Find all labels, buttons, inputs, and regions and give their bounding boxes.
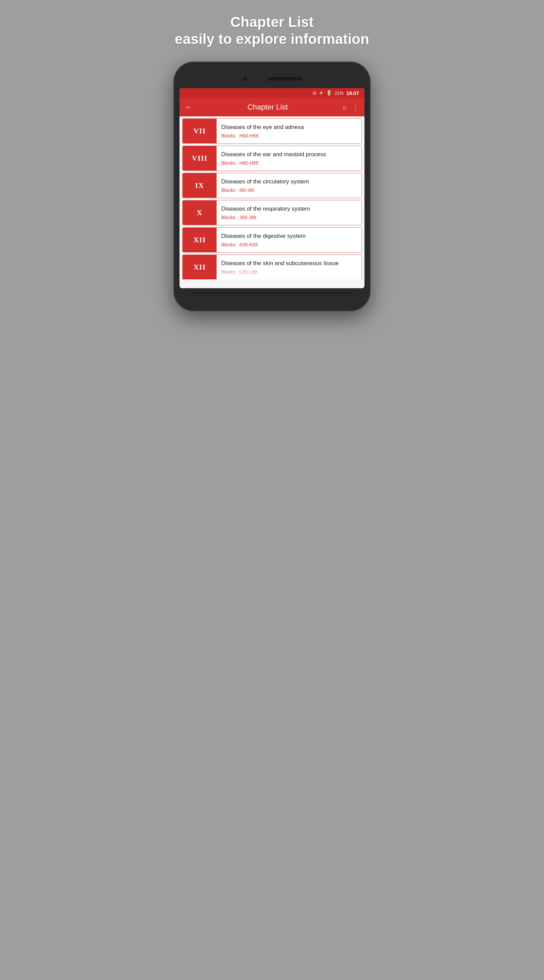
chapter-info: Diseases of the skin and subcutaneous ti… [217, 255, 362, 279]
chapter-blocks: Blocks : I00-I99 [221, 188, 357, 193]
chapter-title: Diseases of the ear and mastoid process [221, 151, 357, 158]
chapter-blocks: Blocks : K00-K93 [221, 242, 357, 247]
chapter-info: Diseases of the digestive system Blocks … [217, 228, 362, 252]
chapter-item[interactable]: XII Diseases of the digestive system Blo… [182, 227, 362, 253]
phone-nav-bar [193, 292, 351, 294]
airplane-icon: ✈ [319, 90, 324, 95]
battery-icon: 🔋 [326, 90, 332, 95]
chapter-list: VII Diseases of the eye and adnexa Block… [179, 116, 365, 282]
phone-camera [242, 76, 248, 82]
chapter-blocks: Blocks : H60-H95 [221, 160, 357, 166]
chapter-blocks: Blocks : H00-H59 [221, 133, 357, 138]
search-button[interactable]: ⌕ [343, 103, 347, 111]
chapter-number: X [182, 200, 217, 225]
phone-bottom [179, 282, 365, 288]
chapter-item[interactable]: XII Diseases of the skin and subcutaneou… [182, 255, 362, 279]
chapter-item[interactable]: X Diseases of the respiratory system Blo… [182, 200, 362, 225]
status-time: 18.07 [346, 90, 359, 96]
chapter-info: Diseases of the eye and adnexa Blocks : … [217, 119, 362, 143]
chapter-info: Diseases of the ear and mastoid process … [217, 146, 362, 170]
chapter-info: Diseases of the respiratory system Block… [217, 200, 362, 225]
chapter-title: Diseases of the circulatory system [221, 178, 357, 185]
back-button[interactable]: ← [185, 103, 192, 111]
chapter-number: IX [182, 173, 217, 198]
status-icons: ⊘ ✈ 🔋 21% 18.07 [312, 90, 359, 96]
app-bar: ← Chapter List ⌕ ⋮ [179, 98, 365, 116]
phone-screen: ⊘ ✈ 🔋 21% 18.07 ← Chapter List ⌕ ⋮ VII D… [179, 88, 365, 288]
app-bar-title: Chapter List [198, 103, 337, 111]
chapter-title: Diseases of the respiratory system [221, 205, 357, 213]
app-bar-actions: ⌕ ⋮ [343, 103, 359, 111]
header-line2: easily to explore information [175, 31, 369, 47]
phone-frame: ⊘ ✈ 🔋 21% 18.07 ← Chapter List ⌕ ⋮ VII D… [173, 62, 371, 312]
phone-speaker [268, 77, 302, 81]
chapter-number: VIII [182, 146, 217, 170]
header-title: Chapter List easily to explore informati… [175, 14, 369, 48]
header-line1: Chapter List [230, 14, 314, 30]
page-header: Chapter List easily to explore informati… [175, 14, 369, 48]
chapter-title: Diseases of the skin and subcutaneous ti… [221, 259, 357, 267]
chapter-info: Diseases of the circulatory system Block… [217, 173, 362, 198]
status-bar: ⊘ ✈ 🔋 21% 18.07 [179, 88, 365, 98]
more-button[interactable]: ⋮ [352, 103, 359, 111]
chapter-title: Diseases of the eye and adnexa [221, 124, 357, 131]
chapter-number: XII [182, 255, 217, 279]
chapter-title: Diseases of the digestive system [221, 232, 357, 240]
chapter-blocks: Blocks : J00-J99 [221, 215, 357, 220]
chapter-item[interactable]: VIII Diseases of the ear and mastoid pro… [182, 146, 362, 171]
chapter-blocks: Blocks : L00-L99 [221, 269, 357, 275]
chapter-item[interactable]: IX Diseases of the circulatory system Bl… [182, 173, 362, 198]
chapter-number: XII [182, 228, 217, 252]
phone-top [179, 72, 365, 88]
battery-percent: 21% [335, 91, 343, 95]
no-sim-icon: ⊘ [312, 90, 317, 95]
chapter-number: VII [182, 119, 217, 143]
chapter-item[interactable]: VII Diseases of the eye and adnexa Block… [182, 118, 362, 143]
